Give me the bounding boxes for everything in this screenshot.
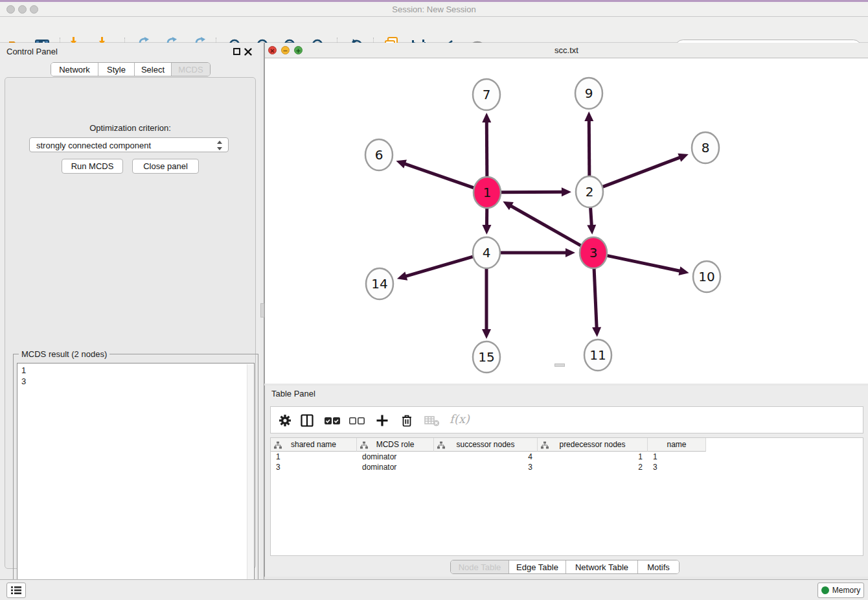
table-body: 1dominator4113dominator323 xyxy=(271,452,863,472)
node-label-3: 3 xyxy=(589,245,598,260)
delete-table-icon xyxy=(424,413,440,428)
table-panel: Table Panel f(x) xyxy=(264,386,868,577)
network-window-title: scc.txt xyxy=(265,45,868,55)
edge-1-6[interactable] xyxy=(404,163,474,188)
task-history-button[interactable] xyxy=(6,583,26,598)
cell-name: 1 xyxy=(648,452,706,462)
control-panel-title: Control Panel xyxy=(6,47,58,56)
table-row[interactable]: 1dominator411 xyxy=(271,452,863,462)
memory-label: Memory xyxy=(832,586,860,595)
delete-column-icon[interactable] xyxy=(400,413,414,428)
tab-mcds[interactable]: MCDS xyxy=(172,63,210,76)
memory-button[interactable]: Memory xyxy=(817,583,864,598)
network-canvas[interactable]: 7968124314101511 xyxy=(265,58,868,384)
column-layout-icon[interactable] xyxy=(300,413,314,428)
result-scrollbar[interactable] xyxy=(247,364,253,596)
node-label-2: 2 xyxy=(586,184,594,200)
column-header-name[interactable]: name xyxy=(648,438,706,452)
edge-arrowhead xyxy=(482,329,491,339)
function-builder-icon: f(x) xyxy=(450,412,470,426)
float-panel-icon[interactable] xyxy=(233,48,240,55)
column-type-icon xyxy=(437,441,445,449)
control-panel: Control Panel NetworkStyleSelectMCDS Opt… xyxy=(0,43,260,579)
select-all-columns-icon[interactable] xyxy=(324,413,341,428)
node-label-7: 7 xyxy=(483,87,491,102)
tab-select[interactable]: Select xyxy=(135,63,172,76)
edge-3-11[interactable] xyxy=(594,266,597,329)
edge-arrowhead xyxy=(678,266,689,275)
node-label-1: 1 xyxy=(483,185,492,200)
column-type-icon xyxy=(274,441,282,449)
mcds-result-group: MCDS result (2 nodes) 1 3 xyxy=(13,354,258,600)
column-header-MCDS-role[interactable]: MCDS role xyxy=(357,438,434,452)
edge-arrowhead xyxy=(562,187,571,196)
cell-predecessor-nodes: 2 xyxy=(538,462,648,472)
cell-shared-name: 3 xyxy=(271,462,357,472)
settings-gear-icon[interactable] xyxy=(278,413,292,428)
edge-arrowhead xyxy=(587,225,596,235)
node-label-8: 8 xyxy=(702,140,710,156)
close-panel-icon[interactable] xyxy=(244,48,252,56)
tab-node-table[interactable]: Node Table xyxy=(451,560,509,573)
tab-motifs[interactable]: Motifs xyxy=(638,560,679,573)
horizontal-splitter-handle[interactable] xyxy=(554,363,565,367)
edge-arrowhead xyxy=(396,159,406,168)
tab-style[interactable]: Style xyxy=(98,63,135,76)
edge-1-2[interactable] xyxy=(501,192,563,192)
node-label-15: 15 xyxy=(478,349,494,365)
run-mcds-button[interactable]: Run MCDS xyxy=(62,159,123,174)
mcds-result-text[interactable]: 1 3 xyxy=(17,363,255,596)
mcds-result-title: MCDS result (2 nodes) xyxy=(19,349,109,359)
network-view-window: scc.txt 7968124314101511 xyxy=(264,43,868,384)
cell-successor-nodes: 4 xyxy=(434,452,538,462)
table-toolbar: f(x) xyxy=(270,406,863,433)
close-panel-button[interactable]: Close panel xyxy=(132,159,199,174)
add-column-icon[interactable] xyxy=(375,413,389,428)
cell-MCDS-role: dominator xyxy=(357,452,434,462)
tab-edge-table[interactable]: Edge Table xyxy=(509,560,566,573)
list-icon xyxy=(10,586,22,595)
tab-network-table[interactable]: Network Table xyxy=(566,560,638,573)
window-titlebar: Session: New Session xyxy=(0,2,868,17)
table-tabs: Node TableEdge TableNetwork TableMotifs xyxy=(450,560,680,574)
network-graph[interactable]: 7968124314101511 xyxy=(265,58,868,384)
table-row[interactable]: 3dominator323 xyxy=(271,462,863,472)
main-toolbar xyxy=(0,17,868,43)
node-label-9: 9 xyxy=(585,86,593,101)
column-type-icon xyxy=(360,441,368,449)
node-label-11: 11 xyxy=(589,347,606,363)
dropdown-selected-value: strongly connected component xyxy=(36,141,151,150)
control-panel-tabs: NetworkStyleSelectMCDS xyxy=(51,62,211,76)
edge-4-14[interactable] xyxy=(405,257,473,277)
network-window-titlebar: scc.txt xyxy=(265,43,868,58)
optimization-criterion-dropdown[interactable]: strongly connected component xyxy=(29,137,229,152)
edge-1-7[interactable] xyxy=(486,121,487,179)
cell-name: 3 xyxy=(648,462,706,472)
node-label-14: 14 xyxy=(371,276,387,292)
tab-network[interactable]: Network xyxy=(51,63,98,76)
cell-successor-nodes: 3 xyxy=(434,462,538,472)
memory-status-icon xyxy=(821,586,829,594)
edge-2-3[interactable] xyxy=(590,205,591,226)
unselect-all-columns-icon[interactable] xyxy=(348,413,365,428)
mcds-tab-content: Optimization criterion: strongly connect… xyxy=(5,77,256,569)
column-header-successor-nodes[interactable]: successor nodes xyxy=(434,438,538,452)
application-window: Session: New Session xyxy=(0,0,868,600)
table-panel-title: Table Panel xyxy=(271,389,315,398)
edge-3-1[interactable] xyxy=(510,205,582,246)
edge-arrowhead xyxy=(592,327,601,337)
mcds-result-lines: 1 3 xyxy=(21,365,26,386)
edge-2-8[interactable] xyxy=(602,157,681,187)
column-type-icon xyxy=(541,441,549,449)
status-bar: Memory xyxy=(0,579,868,600)
dropdown-stepper-icon xyxy=(216,141,223,150)
node-table: shared nameMCDS rolesuccessor nodesprede… xyxy=(270,437,863,556)
edge-arrowhead xyxy=(482,225,491,235)
column-header-shared-name[interactable]: shared name xyxy=(271,438,357,452)
edge-3-10[interactable] xyxy=(607,255,681,271)
edge-2-9[interactable] xyxy=(589,120,589,178)
edge-arrowhead xyxy=(397,271,407,280)
optimization-criterion-label: Optimization criterion: xyxy=(5,123,255,133)
column-header-predecessor-nodes[interactable]: predecessor nodes xyxy=(538,438,648,452)
cell-MCDS-role: dominator xyxy=(357,462,434,472)
